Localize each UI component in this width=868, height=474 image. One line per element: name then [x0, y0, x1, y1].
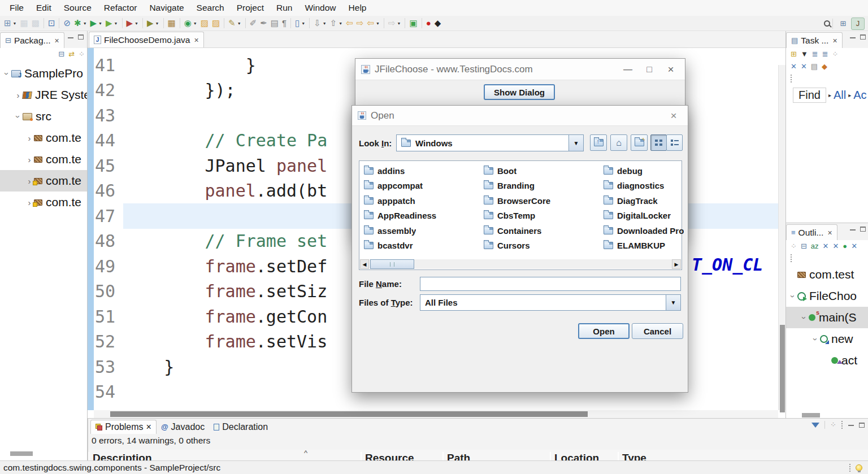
twistie-icon[interactable]: ›: [811, 334, 821, 343]
scheduled-view-icon[interactable]: ≣: [822, 50, 828, 59]
file-list-item-containers[interactable]: Containers: [484, 224, 601, 237]
dropdown-arrow-icon[interactable]: ▼: [98, 21, 102, 25]
drag-handle[interactable]: [791, 254, 792, 262]
minimize-icon[interactable]: [68, 36, 73, 38]
maximize-icon[interactable]: [860, 227, 866, 232]
menu-search[interactable]: Search: [190, 0, 231, 16]
twistie-icon[interactable]: ›: [14, 90, 23, 100]
file-list-item-appreadiness[interactable]: AppReadiness: [364, 209, 481, 223]
maximize-icon[interactable]: □: [641, 64, 658, 75]
previous-annotation-icon[interactable]: ⇧▼: [328, 17, 345, 29]
close-icon[interactable]: ×: [665, 110, 682, 122]
back-icon[interactable]: ⇦▼: [365, 17, 381, 29]
menu-file[interactable]: File: [3, 0, 30, 16]
dropdown-arrow-icon[interactable]: ▼: [134, 21, 138, 25]
hide-non-public-icon[interactable]: ●: [843, 242, 847, 251]
open-console-icon[interactable]: ⊡: [46, 17, 57, 29]
scrollbar-thumb[interactable]: [780, 325, 785, 412]
minimize-icon[interactable]: [850, 36, 856, 38]
maximize-icon[interactable]: [859, 423, 865, 428]
close-icon[interactable]: ×: [827, 228, 832, 237]
column-header-path[interactable]: Path: [442, 452, 550, 461]
filter-activated-link[interactable]: Ac: [853, 89, 866, 102]
tree-item-com-te[interactable]: ›com.te: [0, 170, 87, 192]
file-list-item-browsercore[interactable]: BrowserCore: [484, 194, 601, 207]
outline-item-filechoo[interactable]: ›FileChoo: [786, 285, 868, 307]
profile-icon[interactable]: ▶▼: [125, 17, 140, 29]
editor-vertical-scrollbar[interactable]: [778, 65, 785, 410]
categorized-view-icon[interactable]: ≣: [812, 50, 818, 59]
scroll-left-icon[interactable]: ◀: [360, 259, 369, 269]
dropdown-arrow-icon[interactable]: ▼: [193, 21, 197, 25]
file-list-item-addins[interactable]: addins: [364, 164, 481, 177]
task-repository-icon[interactable]: ◆: [822, 62, 827, 71]
new-folder-button[interactable]: +: [631, 134, 648, 151]
twistie-icon[interactable]: ›: [2, 69, 12, 78]
coverage-icon[interactable]: ▶▼: [104, 17, 119, 29]
close-icon[interactable]: ×: [832, 36, 837, 45]
lightbulb-icon[interactable]: [856, 464, 862, 471]
view-menu-icon[interactable]: ⁘: [79, 50, 85, 59]
open-folder-icon[interactable]: ▨: [210, 17, 222, 29]
save-icon[interactable]: ▦: [19, 17, 30, 29]
file-list-item-debug[interactable]: debug: [604, 164, 721, 177]
outline-item-act[interactable]: act: [786, 350, 868, 371]
file-list-item-elambkup[interactable]: ELAMBKUP: [604, 239, 721, 253]
file-list-item-branding[interactable]: Branding: [484, 179, 601, 193]
dropdown-arrow-icon[interactable]: ▼: [323, 21, 327, 25]
column-header-location[interactable]: Location: [550, 452, 618, 461]
tree-item-samplepro[interactable]: ›SamplePro: [0, 63, 87, 84]
file-list-item-diagtrack[interactable]: DiagTrack: [604, 194, 721, 207]
file-list-item-downloaded-pro[interactable]: Downloaded Pro: [604, 224, 721, 237]
show-dialog-button[interactable]: Show Dialog: [484, 84, 555, 100]
collapse-notes-icon[interactable]: ▤: [811, 62, 818, 71]
new-task-icon[interactable]: ⊞: [791, 50, 797, 59]
tiles-view-button[interactable]: [650, 134, 667, 151]
minimize-icon[interactable]: [848, 424, 854, 426]
up-folder-button[interactable]: ↑: [590, 134, 607, 151]
hide-completed-icon[interactable]: ✕: [801, 62, 807, 71]
twistie-icon[interactable]: ›: [788, 292, 798, 301]
file-list-item-assembly[interactable]: assembly: [364, 224, 481, 237]
sync-icon[interactable]: ⁘: [832, 50, 839, 59]
maximize-icon[interactable]: [78, 34, 84, 40]
scrollbar-thumb[interactable]: [110, 411, 588, 417]
open-dialog-titlebar[interactable]: Open ×: [352, 106, 688, 126]
tree-item-com-te[interactable]: ›com.te: [0, 127, 87, 149]
file-list-item-cbstemp[interactable]: CbsTemp: [484, 209, 601, 223]
create-javadoc-icon[interactable]: ▤: [269, 17, 280, 29]
filter-all-link[interactable]: All: [834, 89, 846, 102]
twistie-icon[interactable]: ›: [800, 313, 809, 322]
collapse-all-icon[interactable]: ⊟: [58, 50, 64, 59]
dropdown-arrow-icon[interactable]: ▼: [114, 21, 118, 25]
tab-task-list[interactable]: ▤ Task ... ×: [786, 32, 843, 48]
file-list-item-cursors[interactable]: Cursors: [484, 239, 601, 253]
minimize-icon[interactable]: —: [619, 64, 636, 75]
outline-item-new[interactable]: ›new: [786, 328, 868, 350]
file-list-item-apppatch[interactable]: apppatch: [364, 194, 481, 207]
tree-item-com-te[interactable]: ›com.te: [0, 192, 87, 213]
close-icon[interactable]: ×: [662, 63, 679, 76]
tab-filechoosedemo[interactable]: J FileChooseDemo.java ×: [89, 32, 204, 47]
outline-hscroll[interactable]: [802, 413, 820, 418]
home-button[interactable]: ⌂: [610, 134, 627, 151]
hide-fields-icon[interactable]: ✕: [823, 242, 829, 251]
new-wizard-icon[interactable]: ⊞▼: [2, 17, 19, 29]
filter-icon[interactable]: [811, 423, 819, 428]
menu-refactor[interactable]: Refactor: [98, 0, 144, 16]
dropdown-arrow-icon[interactable]: ▼: [338, 21, 342, 25]
twistie-icon[interactable]: ›: [25, 133, 34, 143]
next-annotation-icon[interactable]: ⇩▼: [312, 17, 328, 29]
cancel-button[interactable]: Cancel: [632, 323, 683, 339]
view-menu-icon[interactable]: ⁘: [830, 420, 836, 429]
combo-dropdown-icon[interactable]: ▼: [666, 295, 680, 310]
close-icon[interactable]: ×: [55, 36, 59, 45]
tab-problems[interactable]: Problems×: [90, 420, 157, 434]
outline-item-com-test[interactable]: com.test: [786, 264, 868, 285]
file-list-item-appcompat[interactable]: appcompat: [364, 179, 481, 193]
new-java-project-icon[interactable]: ▦: [166, 17, 177, 29]
files-of-type-combobox[interactable]: All Files ▼: [420, 294, 681, 311]
look-in-combobox[interactable]: Windows ▼: [396, 134, 584, 151]
menu-window[interactable]: Window: [298, 0, 342, 16]
dropdown-arrow-icon[interactable]: ▼: [13, 21, 17, 25]
